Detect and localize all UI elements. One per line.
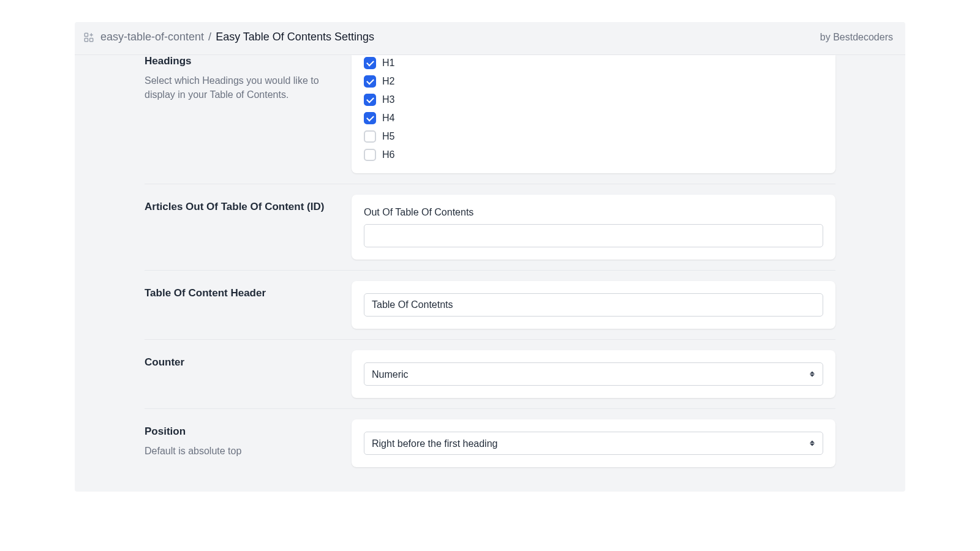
headings-checkbox-list: H1H2H3H4H5H6 xyxy=(364,57,823,161)
checkbox-item-h4: H4 xyxy=(364,112,823,124)
setting-desc-headings: Select which Headings you would like to … xyxy=(145,73,352,102)
checkbox-label: H6 xyxy=(382,149,394,160)
checkbox-h2[interactable] xyxy=(364,75,376,88)
svg-rect-1 xyxy=(85,38,88,41)
svg-rect-2 xyxy=(90,38,93,41)
setting-row-counter: Counter Numeric xyxy=(145,340,835,409)
breadcrumb-current: Easy Table Of Contents Settings xyxy=(216,31,374,43)
checkbox-label: H3 xyxy=(382,94,394,105)
checkbox-h3[interactable] xyxy=(364,94,376,106)
checkbox-item-h2: H2 xyxy=(364,75,823,88)
checkbox-label: H4 xyxy=(382,113,394,124)
plugin-icon xyxy=(83,32,94,43)
byline: by Bestdecoders xyxy=(820,32,893,43)
articles-out-input[interactable] xyxy=(364,224,823,247)
checkbox-h4[interactable] xyxy=(364,112,376,124)
field-label-out-of-toc: Out Of Table Of Contents xyxy=(364,207,823,218)
counter-select[interactable]: Numeric xyxy=(364,362,823,386)
breadcrumb: easy-table-of-content / Easy Table Of Co… xyxy=(100,31,374,43)
byline-author[interactable]: Bestdecoders xyxy=(833,32,893,42)
checkbox-label: H2 xyxy=(382,76,394,87)
setting-desc-position: Default is absolute top xyxy=(145,444,352,458)
setting-row-headings: Headings Select which Headings you would… xyxy=(145,55,835,184)
setting-title-articles-out: Articles Out Of Table Of Content (ID) xyxy=(145,201,352,213)
setting-row-articles-out: Articles Out Of Table Of Content (ID) Ou… xyxy=(145,184,835,271)
svg-rect-0 xyxy=(85,33,88,36)
checkbox-label: H5 xyxy=(382,131,394,142)
position-select[interactable]: Right before the first heading xyxy=(364,432,823,455)
checkbox-item-h1: H1 xyxy=(364,57,823,69)
checkbox-label: H1 xyxy=(382,58,394,69)
checkbox-h1[interactable] xyxy=(364,57,376,69)
setting-title-toc-header: Table Of Content Header xyxy=(145,287,352,299)
breadcrumb-slug[interactable]: easy-table-of-content xyxy=(100,31,204,43)
checkbox-item-h6: H6 xyxy=(364,149,823,161)
checkbox-h6[interactable] xyxy=(364,149,376,161)
header-bar: easy-table-of-content / Easy Table Of Co… xyxy=(75,22,905,55)
setting-row-toc-header: Table Of Content Header xyxy=(145,271,835,340)
setting-title-position: Position xyxy=(145,425,352,438)
setting-title-counter: Counter xyxy=(145,356,352,369)
toc-header-input[interactable] xyxy=(364,293,823,317)
setting-title-headings: Headings xyxy=(145,55,352,67)
checkbox-h5[interactable] xyxy=(364,130,376,143)
checkbox-item-h3: H3 xyxy=(364,94,823,106)
setting-row-position: Position Default is absolute top Right b… xyxy=(145,409,835,492)
checkbox-item-h5: H5 xyxy=(364,130,823,143)
